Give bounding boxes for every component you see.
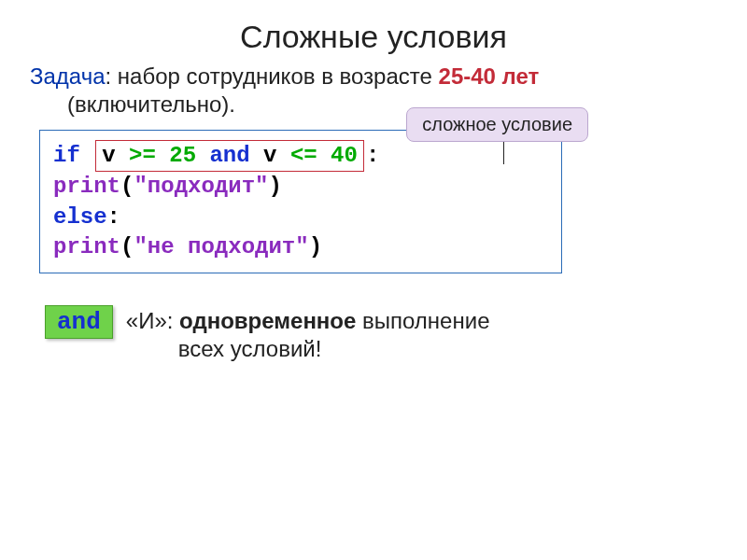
cond-var1: v — [102, 143, 129, 168]
fn-print-1: print — [53, 174, 120, 199]
cond-num2: 40 — [331, 143, 358, 168]
cond-op2: <= — [290, 143, 331, 168]
paren-open-2: ( — [120, 234, 134, 259]
and-badge: and — [45, 305, 113, 339]
code-line-1: if v >= 25 and v <= 40: — [53, 140, 548, 172]
code-line-3: else: — [53, 203, 548, 232]
fn-print-2: print — [53, 234, 120, 259]
str-2: "не подходит" — [134, 234, 308, 259]
keyword-and: and — [196, 143, 263, 168]
task-text-1: : набор сотрудников в возрасте — [106, 63, 439, 89]
code-box: if v >= 25 and v <= 40: print("подходит"… — [39, 130, 562, 273]
str-1: "подходит" — [134, 174, 268, 199]
condition-highlight: v >= 25 and v <= 40 — [95, 140, 364, 172]
paren-open-1: ( — [120, 174, 134, 199]
colon-1: : — [366, 143, 379, 168]
code-line-4: print("не подходит") — [53, 232, 548, 262]
keyword-else: else — [53, 204, 107, 230]
task-text-2: (включительно). — [61, 91, 235, 117]
cond-num1: 25 — [169, 143, 196, 168]
page-title: Сложные условия — [0, 0, 747, 55]
colon-2: : — [107, 204, 120, 230]
slide: Сложные условия Задача: набор сотруднико… — [0, 0, 747, 560]
and-rest: выполнение — [356, 308, 489, 333]
paren-close-1: ) — [268, 174, 281, 199]
callout-leader — [503, 142, 505, 164]
and-line2: всех условий! — [126, 335, 490, 363]
cond-var2: v — [263, 143, 290, 168]
keyword-if: if — [53, 143, 80, 168]
and-prefix: «И»: — [126, 308, 179, 333]
task-text: Задача: набор сотрудников в возрасте 25-… — [0, 55, 747, 119]
code-line-2: print("подходит") — [53, 172, 548, 202]
task-indent — [30, 91, 61, 117]
paren-close-2: ) — [309, 234, 322, 259]
callout-complex-condition: сложное условие — [406, 107, 588, 142]
task-ages: 25-40 лет — [439, 63, 540, 89]
and-explanation: and «И»: одновременное выполнение всех у… — [45, 305, 702, 363]
cond-op1: >= — [129, 143, 169, 168]
and-bold: одновременное — [179, 308, 356, 333]
and-text: «И»: одновременное выполнение всех услов… — [126, 305, 490, 363]
task-label: Задача — [30, 63, 106, 89]
